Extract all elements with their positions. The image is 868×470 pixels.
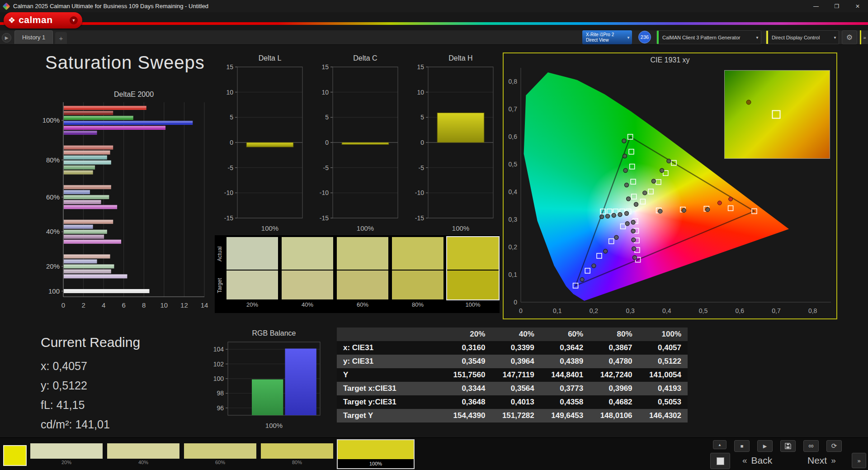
overflow-chevron-icon: » [863,35,866,40]
play-button[interactable]: ▶ [757,440,773,452]
meter-device-button[interactable]: X-Rite i1Pro 2 Direct View ▼ [582,30,632,44]
stop-button[interactable]: ■ [734,440,750,452]
footer-overflow-button[interactable]: » [852,453,866,468]
maximize-button[interactable]: ❐ [826,0,847,12]
calman-logo-label: calman [19,14,52,25]
patch-column-60%: 60% [337,237,388,309]
minimize-icon: — [813,3,819,9]
page-title: Saturation Sweeps [45,52,205,73]
footer-swatch-40%[interactable]: 40% [107,443,179,466]
calman-diamond-icon: ❖ [8,16,15,24]
maximize-icon: ❐ [835,3,840,9]
table-row: Target Y154,4390151,7282149,6453148,0106… [337,409,688,423]
pattern-generator-accent [657,31,659,44]
rgb-balance-chart: RGB Balance9698100102104100% [200,328,335,432]
tab-scroll-button[interactable]: ▶ [2,33,11,43]
svg-text:-5: -5 [323,164,329,171]
svg-text:100%: 100% [265,422,283,429]
current-reading-line-2: fL: 41,15 [41,395,140,415]
col-header-1: 20% [443,328,491,341]
svg-text:-10: -10 [224,189,233,196]
actual-row-label: Actual [215,238,225,270]
tab-history-1[interactable]: History 1 [14,30,53,44]
close-button[interactable]: ✕ [847,0,868,12]
svg-text:DeltaE 2000: DeltaE 2000 [114,90,154,98]
footer-swatch-20%[interactable]: 20% [30,443,103,466]
svg-text:10: 10 [160,301,168,309]
patch-comparison: ActualTarget20%40%60%80%100% [215,235,500,313]
window-title: Calman 2025 Calman Ultimate for Business… [13,3,208,9]
tab-scroll-icon: ▶ [5,35,9,40]
svg-text:-10: -10 [415,189,424,196]
pattern-window-button[interactable] [710,453,730,469]
svg-text:104: 104 [213,346,224,353]
svg-text:RGB Balance: RGB Balance [252,329,296,337]
infinity-icon: ∞ [808,442,813,450]
col-header-4: 80% [590,328,638,341]
back-label: Back [751,455,773,466]
table-row: y: CIE310,35490,39640,43890,47800,5122 [337,355,688,368]
add-tab-icon: + [59,34,63,42]
svg-text:Delta L: Delta L [259,54,282,62]
svg-text:102: 102 [213,361,224,368]
display-control-label: Direct Display Control [772,35,820,40]
app-window: Calman 2025 Calman Ultimate for Business… [0,0,868,470]
svg-text:15: 15 [321,63,329,71]
device-overflow-button[interactable]: » [860,30,868,44]
back-button[interactable]: « Back [742,455,772,466]
svg-text:100%: 100% [452,224,469,232]
gear-icon: ⚙ [846,33,853,42]
measurement-table: 20%40%60%80%100%x: CIE310,31600,33990,36… [337,328,688,423]
col-header-5: 100% [639,328,688,341]
footer-swatch-60%[interactable]: 60% [184,443,256,466]
current-reading-items: x: 0,4057y: 0,5122fL: 41,15cd/m²: 141,01 [41,356,140,434]
minimize-button[interactable]: — [806,0,826,12]
footer-bar: 20%40%60%80%100% ▲ ■ ▶ ∞ ⟳ « Back Next »… [0,437,868,470]
footer-swatch-80%[interactable]: 80% [261,443,333,466]
next-label: Next [807,455,827,466]
svg-text:0,4: 0,4 [509,188,518,195]
pattern-generator-button[interactable]: CalMAN Client 3 Pattern Generator ▼ [656,30,761,44]
svg-text:0,7: 0,7 [772,307,781,314]
continuous-measure-button[interactable]: ∞ [803,440,819,452]
tab-bar: ▶ History 1 + X-Rite i1Pro 2 Direct View… [0,30,868,45]
col-header-0 [337,328,443,341]
meter-chevron-down-icon: ▼ [627,35,630,41]
current-reading-title: Current Reading [41,335,140,350]
window-controls: — ❐ ✕ [806,0,868,12]
svg-text:0,8: 0,8 [808,307,817,314]
display-control-button[interactable]: Direct Display Control ▼ [766,30,839,44]
target-row-label: Target [215,271,225,299]
refresh-button[interactable]: ⟳ [826,440,842,452]
settings-button[interactable]: ⚙ [842,30,857,44]
svg-text:80%: 80% [46,156,60,164]
cie-zoom-inset [724,70,830,159]
save-button[interactable] [780,440,796,452]
close-icon: ✕ [855,3,860,9]
back-chevron-icon: « [742,456,747,465]
meter-count-badge[interactable]: 236 [638,31,651,43]
add-tab-button[interactable]: + [55,32,67,44]
delta-c-chart: Delta C151050-5-10-15100% [312,53,402,234]
footer-swatch-100%[interactable]: 100% [338,440,414,468]
next-button[interactable]: Next » [807,455,836,466]
inset-target-square [772,110,780,119]
eject-button[interactable]: ▲ [713,440,726,449]
tab-label: History 1 [22,34,45,41]
delta-l-chart: Delta L151050-5-10-15100% [217,53,307,234]
svg-text:100: 100 [48,287,60,295]
svg-text:-10: -10 [320,189,329,196]
svg-text:0,1: 0,1 [553,307,562,314]
svg-text:Delta H: Delta H [448,54,472,62]
table-row: x: CIE310,31600,33990,36420,38670,4057 [337,341,688,355]
calman-logo-button[interactable]: ❖ calman ▼ [4,12,82,28]
title-bar: Calman 2025 Calman Ultimate for Business… [0,0,868,12]
table-row: Target x:CIE310,33440,35640,37730,39690,… [337,382,688,395]
svg-text:0: 0 [230,139,233,146]
svg-text:15: 15 [226,63,233,71]
svg-text:0,6: 0,6 [736,307,745,314]
pattern-generator-label: CalMAN Client 3 Pattern Generator [662,35,740,40]
next-chevron-icon: » [831,456,836,465]
svg-text:0,7: 0,7 [509,105,518,113]
cie-chart-title: CIE 1931 xy [504,56,836,64]
